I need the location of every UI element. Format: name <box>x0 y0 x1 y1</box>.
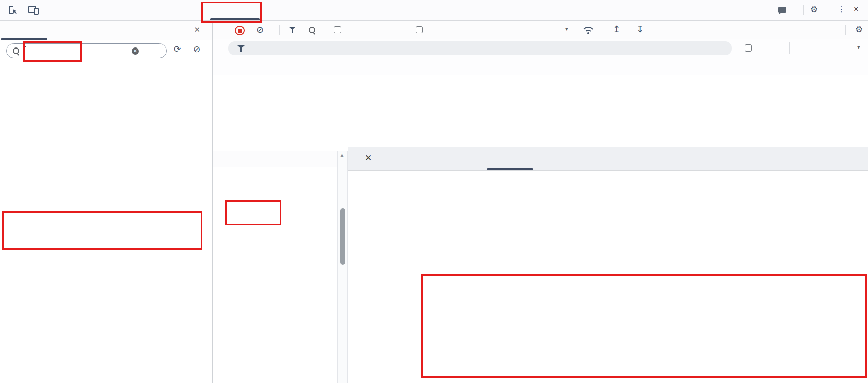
filter-toggle-icon[interactable] <box>288 27 296 33</box>
search-query-text <box>23 46 26 47</box>
search-toolbar: ✕ ⟳ ⊘ <box>0 40 212 63</box>
kebab-menu-icon[interactable]: ⋮ <box>838 5 845 14</box>
refresh-search-icon[interactable]: ⟳ <box>174 44 181 54</box>
invert-filter-checkbox[interactable] <box>745 44 752 52</box>
network-toolbar: ⊘ ▾ ↥ ↧ ⚙ <box>213 21 868 40</box>
network-conditions-icon[interactable] <box>583 25 594 35</box>
issues-icon[interactable] <box>778 7 786 13</box>
devtools-tabbar: ⚙ ⋮ × <box>0 0 868 21</box>
topbar-divider <box>803 5 804 15</box>
toolbar-divider <box>845 25 846 35</box>
search-icon <box>13 47 19 54</box>
close-search-drawer-icon[interactable]: ✕ <box>194 25 200 34</box>
network-search-icon[interactable] <box>309 27 315 33</box>
network-tab-underline <box>210 18 260 20</box>
filter-row-divider <box>789 42 790 54</box>
toolbar-divider <box>406 25 406 35</box>
preserve-log-checkbox[interactable] <box>334 26 341 33</box>
search-results <box>0 63 212 383</box>
clear-search-icon[interactable]: ✕ <box>132 47 139 55</box>
network-overview-timeline[interactable] <box>213 75 868 151</box>
clear-network-log-icon[interactable]: ⊘ <box>256 24 264 35</box>
detail-tabbar: ✕ <box>348 147 868 171</box>
toolbar-divider <box>325 25 325 35</box>
request-list <box>213 151 337 383</box>
close-detail-icon[interactable]: ✕ <box>365 153 372 163</box>
settings-gear-icon[interactable]: ⚙ <box>810 4 818 14</box>
response-tab-underline <box>487 168 533 170</box>
network-filter-input[interactable] <box>228 41 732 55</box>
response-body-viewer[interactable] <box>348 171 868 383</box>
search-drawer: ✕ ✕ ⟳ ⊘ <box>0 21 213 383</box>
devtools-window: ⚙ ⋮ × ✕ ✕ ⟳ ⊘ ⊘ <box>0 0 868 383</box>
more-filters-caret-icon[interactable]: ▾ <box>857 44 860 51</box>
search-input[interactable]: ✕ <box>6 43 167 58</box>
clear-results-icon[interactable]: ⊘ <box>193 44 200 54</box>
toolbar-divider <box>279 25 280 35</box>
network-settings-gear-icon[interactable]: ⚙ <box>855 24 863 34</box>
filter-input-icon <box>237 45 245 52</box>
device-toolbar-icon[interactable] <box>28 5 39 15</box>
disable-cache-checkbox[interactable] <box>416 26 423 33</box>
record-network-log-button[interactable] <box>235 26 245 35</box>
close-devtools-icon[interactable]: × <box>854 5 858 14</box>
request-list-scrollbar[interactable]: ▲ <box>337 151 348 383</box>
import-har-icon[interactable]: ↥ <box>613 24 620 34</box>
throttling-caret-icon[interactable]: ▾ <box>565 26 568 32</box>
name-column-header[interactable] <box>213 151 337 167</box>
toolbar-divider <box>603 25 603 35</box>
scrollbar-thumb[interactable] <box>340 208 345 265</box>
request-detail-panel: ✕ <box>348 147 868 383</box>
search-drawer-header: ✕ <box>0 21 212 40</box>
export-har-icon[interactable]: ↧ <box>636 24 644 34</box>
scrollbar-up-arrow[interactable]: ▲ <box>340 153 344 158</box>
inspect-icon[interactable] <box>8 5 18 15</box>
resource-type-chips <box>213 57 868 75</box>
